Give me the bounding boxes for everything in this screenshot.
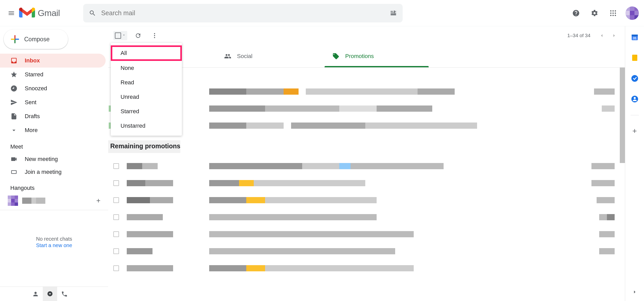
header-right [570,6,639,20]
remaining-promotions-header: Remaining promotions [108,140,180,153]
mail-sender-blurred [127,231,201,237]
search-options-icon[interactable] [388,8,399,18]
mail-checkbox[interactable] [113,180,119,186]
sidebar-item-label: Sent [25,99,36,106]
tab-social[interactable]: Social [216,45,325,67]
mail-checkbox[interactable] [113,265,119,271]
chevron-down-icon[interactable] [122,33,126,38]
more-icon[interactable] [149,30,160,41]
start-new-chat-link[interactable]: Start a new one [0,242,108,248]
mail-checkbox[interactable] [113,163,119,169]
select-menu-unstarred[interactable]: Unstarred [111,119,182,133]
select-menu-starred[interactable]: Starred [111,104,182,119]
mail-row[interactable] [108,175,625,192]
phone-tab-icon[interactable] [57,287,72,301]
mail-checkbox[interactable] [113,231,119,237]
hangouts-user-row[interactable]: + [0,194,108,207]
mail-row[interactable] [108,83,625,100]
select-menu-none[interactable]: None [111,61,182,75]
mail-subject-blurred [209,163,581,169]
mail-row[interactable] [108,192,625,209]
mail-subject-blurred [209,180,581,186]
mail-date-blurred [589,231,615,237]
keep-addon-icon[interactable] [630,53,639,62]
mail-row[interactable] [108,243,625,260]
mail-checkbox[interactable] [113,197,119,203]
compose-button[interactable]: Compose [4,29,68,49]
svg-point-12 [615,12,616,14]
category-tabs: Social Promotions [108,45,625,68]
select-checkbox-dropdown[interactable] [113,31,127,40]
svg-text:31: 31 [633,36,637,40]
calendar-addon-icon[interactable]: 31 [630,32,639,42]
svg-rect-5 [391,14,396,15]
mail-row[interactable] [108,226,625,243]
newer-page-icon[interactable] [596,30,607,41]
new-meeting-button[interactable]: New meeting [0,153,108,166]
refresh-icon[interactable] [132,30,144,41]
svg-point-14 [613,15,614,16]
no-chats-line1: No recent chats [0,236,108,242]
sidebar-item-snoozed[interactable]: Snoozed [0,82,106,95]
mail-checkbox[interactable] [113,214,119,220]
select-menu-unread[interactable]: Unread [111,90,182,104]
sidebar-item-drafts[interactable]: Drafts [0,109,106,123]
mail-date-blurred [589,88,615,95]
sidebar-item-label: More [25,127,38,134]
older-page-icon[interactable] [608,30,620,41]
settings-icon[interactable] [588,7,601,19]
sidebar-item-more[interactable]: More [0,123,106,137]
hamburger-menu-icon[interactable] [5,7,18,19]
mail-date-blurred [589,197,615,203]
sidebar-item-starred[interactable]: Starred [0,68,106,82]
get-addons-icon[interactable]: + [632,127,637,135]
tab-promotions[interactable]: Promotions [325,45,433,67]
meet-item-label: New meeting [25,156,58,162]
google-apps-icon[interactable] [607,7,619,19]
svg-point-32 [634,97,636,99]
join-meeting-button[interactable]: Join a meeting [0,166,108,178]
svg-point-15 [615,15,616,16]
scrollbar[interactable] [620,68,625,163]
sidebar-item-label: Inbox [25,57,40,64]
contacts-tab-icon[interactable] [28,287,43,301]
mail-row[interactable] [108,260,625,277]
mail-date-blurred [589,105,615,112]
hide-side-panel-icon[interactable] [632,289,638,296]
mail-subject-blurred [209,197,581,203]
main: 1–34 of 34 All None Read Unread Starred … [108,26,644,301]
mail-subject-blurred [209,231,581,237]
sidebar-item-sent[interactable]: Sent [0,95,106,109]
new-hangout-icon[interactable]: + [96,197,100,205]
svg-point-30 [631,75,638,82]
sidebar-item-inbox[interactable]: Inbox [0,54,106,68]
search-bar[interactable] [83,4,403,22]
tasks-addon-icon[interactable] [630,74,639,83]
gmail-logo[interactable]: Gmail [19,7,60,19]
select-menu-all[interactable]: All [111,45,182,61]
svg-point-23 [154,33,155,34]
search-input[interactable] [98,9,388,17]
hangouts-tab-icon[interactable] [43,287,57,301]
mail-list: Remaining promotions [108,68,625,277]
mail-sender-blurred [127,265,201,271]
compose-label: Compose [24,36,49,43]
mail-row[interactable] [108,100,625,117]
mail-row[interactable] [108,158,625,175]
svg-point-22 [47,291,53,296]
mail-checkbox[interactable] [113,248,119,254]
select-all-checkbox[interactable] [115,32,121,39]
select-menu-read[interactable]: Read [111,75,182,90]
search-icon[interactable] [87,8,98,18]
svg-point-25 [154,37,155,38]
mail-row[interactable] [108,209,625,226]
support-icon[interactable] [570,7,582,19]
mail-date-blurred [589,248,615,254]
contacts-addon-icon[interactable] [630,94,639,104]
svg-point-10 [610,12,612,14]
mail-date-blurred [589,214,615,220]
sidebar: Compose Inbox Starred Snoozed Sent Draft… [0,26,108,301]
mail-row[interactable] [108,117,625,134]
account-avatar[interactable] [625,6,639,20]
hangouts-avatar [8,196,18,206]
